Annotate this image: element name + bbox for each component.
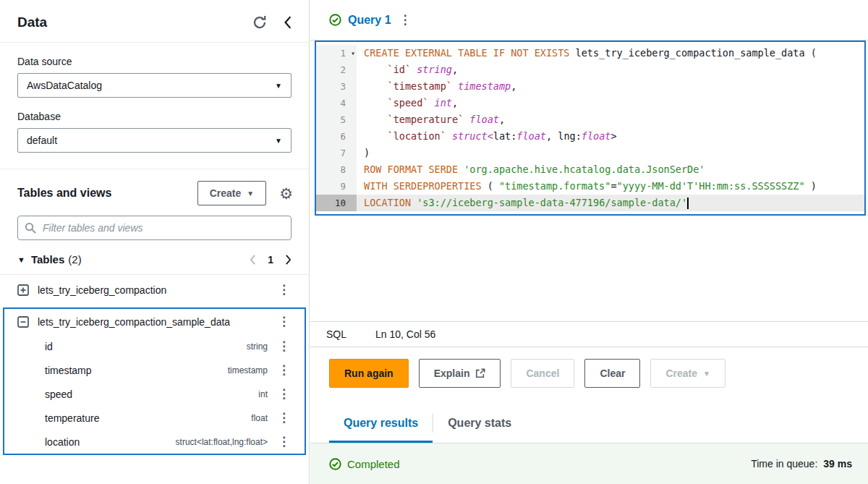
create-query-label: Create (665, 368, 697, 379)
expand-plus-icon[interactable] (17, 284, 29, 296)
completed-label: Completed (347, 458, 400, 470)
tables-views-header: Tables and views Create ▼ ⚙ (0, 169, 309, 216)
code-line[interactable]: 7) (316, 145, 864, 161)
column-row[interactable]: locationstruct<lat:float,lng:float>⋮ (4, 430, 305, 454)
kebab-menu-icon[interactable]: ⋮ (276, 412, 292, 424)
table-row[interactable]: lets_try_iceberg_compaction_sample_data … (4, 309, 305, 334)
column-row[interactable]: speedint⋮ (4, 382, 305, 406)
column-name: speed (45, 389, 258, 400)
create-query-button[interactable]: Create ▼ (650, 359, 726, 388)
explain-button[interactable]: Explain (419, 359, 501, 388)
chevron-down-icon: ▼ (703, 370, 710, 378)
kebab-menu-icon[interactable]: ⋮ (276, 364, 292, 376)
code-text: `location` struct<lat:float, lng:float> (357, 128, 864, 145)
code-line[interactable]: 5 `temperature` float, (316, 111, 864, 128)
table-name: lets_try_iceberg_compaction_sample_data (38, 316, 268, 328)
code-line[interactable]: 3 `timestamp` timestamp, (316, 78, 864, 95)
database-select[interactable]: default ▼ (17, 128, 292, 153)
table-name: lets_try_iceberg_compaction (38, 284, 268, 296)
tab-kebab-menu-icon[interactable]: ⋮ (398, 14, 413, 26)
column-name: timestamp (45, 365, 228, 376)
tab-query-results[interactable]: Query results (329, 398, 433, 443)
clear-button[interactable]: Clear (584, 359, 640, 388)
filter-tables-input[interactable] (17, 216, 292, 240)
query-editor-panel: Query 1 ⋮ 1▾CREATE EXTERNAL TABLE IF NOT… (310, 0, 868, 484)
kebab-menu-icon[interactable]: ⋮ (276, 315, 292, 328)
code-line[interactable]: 9WITH SERDEPROPERTIES ( "timestamp.forma… (316, 178, 864, 195)
column-type: struct<lat:float,lng:float> (176, 437, 268, 447)
cancel-label: Cancel (526, 368, 559, 379)
kebab-menu-icon[interactable]: ⋮ (276, 284, 292, 296)
column-row[interactable]: idstring⋮ (4, 334, 305, 358)
text-cursor (687, 198, 689, 209)
tab-query-1[interactable]: Query 1 (348, 14, 391, 27)
completed-check-icon (329, 458, 341, 470)
refresh-icon[interactable] (252, 15, 267, 30)
page-prev-icon[interactable] (250, 255, 256, 265)
code-text: ) (357, 145, 864, 161)
results-status-bar: Completed Time in queue:39 ms (310, 443, 868, 484)
language-mode[interactable]: SQL (326, 328, 346, 340)
run-again-label: Run again (344, 368, 393, 379)
fold-arrow-icon[interactable]: ▾ (351, 45, 355, 61)
data-source-select[interactable]: AwsDataCatalog ▼ (17, 73, 292, 98)
create-button-label: Create (210, 187, 242, 199)
collapse-minus-icon[interactable] (17, 316, 29, 328)
tables-views-title: Tables and views (17, 187, 197, 200)
external-link-icon (475, 368, 485, 378)
completed-status: Completed (329, 458, 400, 470)
column-type: string (247, 341, 268, 352)
code-text: WITH SERDEPROPERTIES ( "timestamp.format… (357, 178, 864, 195)
cursor-position: Ln 10, Col 56 (375, 328, 435, 340)
line-number: 1▾ (316, 45, 357, 61)
code-line[interactable]: 10LOCATION 's3://iceberg-sample-data-477… (316, 195, 864, 211)
source-section: Data source AwsDataCatalog ▼ Database de… (0, 43, 309, 153)
cancel-button[interactable]: Cancel (511, 359, 574, 388)
code-line[interactable]: 4 `speed` int, (316, 95, 864, 111)
kebab-menu-icon[interactable]: ⋮ (276, 340, 292, 352)
code-text: ROW FORMAT SERDE 'org.apache.hive.hcatal… (357, 161, 864, 178)
column-row[interactable]: timestamptimestamp⋮ (4, 358, 305, 382)
section-caret-icon[interactable]: ▼ (17, 255, 25, 264)
code-line[interactable]: 6 `location` struct<lat:float, lng:float… (316, 128, 864, 145)
explain-label: Explain (434, 368, 470, 379)
time-in-queue-value: 39 ms (823, 458, 852, 470)
gear-icon[interactable]: ⚙ (279, 186, 293, 201)
tab-query-stats[interactable]: Query stats (433, 398, 526, 443)
code-line[interactable]: 8ROW FORMAT SERDE 'org.apache.hive.hcata… (316, 161, 864, 178)
filter-tables-search (17, 216, 292, 240)
tables-section-header: ▼ Tables (2) 1 (0, 240, 309, 275)
columns-list: idstring⋮timestamptimestamp⋮speedint⋮tem… (4, 334, 305, 454)
data-panel-header: Data (0, 0, 309, 42)
database-label: Database (17, 111, 292, 122)
line-number: 2 (316, 61, 357, 78)
line-number: 7 (316, 145, 357, 161)
line-number: 10 (316, 195, 357, 211)
query-saved-check-icon (329, 14, 341, 26)
pagination: 1 (250, 254, 292, 266)
time-in-queue-label: Time in queue: (751, 458, 817, 470)
code-line[interactable]: 2 `id` string, (316, 61, 864, 78)
column-type: int (258, 389, 268, 399)
line-number: 8 (316, 161, 357, 178)
page-next-icon[interactable] (285, 255, 292, 265)
column-name: id (45, 341, 247, 352)
create-button[interactable]: Create ▼ (197, 181, 267, 205)
run-again-button[interactable]: Run again (329, 359, 409, 388)
data-source-value: AwsDataCatalog (27, 80, 275, 91)
data-source-label: Data source (17, 56, 292, 67)
table-row[interactable]: lets_try_iceberg_compaction ⋮ (0, 275, 309, 305)
column-type: timestamp (228, 365, 268, 375)
results-tabs: Query results Query stats (310, 398, 868, 443)
database-value: default (27, 135, 275, 146)
kebab-menu-icon[interactable]: ⋮ (276, 388, 292, 400)
collapse-panel-icon[interactable] (283, 16, 293, 29)
column-row[interactable]: temperaturefloat⋮ (4, 406, 305, 430)
chevron-down-icon: ▼ (247, 190, 254, 198)
page-number: 1 (268, 254, 273, 266)
kebab-menu-icon[interactable]: ⋮ (276, 436, 292, 448)
code-line[interactable]: 1▾CREATE EXTERNAL TABLE IF NOT EXISTS le… (316, 45, 864, 61)
chevron-down-icon: ▼ (275, 82, 282, 90)
sql-editor[interactable]: 1▾CREATE EXTERNAL TABLE IF NOT EXISTS le… (315, 41, 866, 216)
code-text: `id` string, (357, 61, 864, 78)
